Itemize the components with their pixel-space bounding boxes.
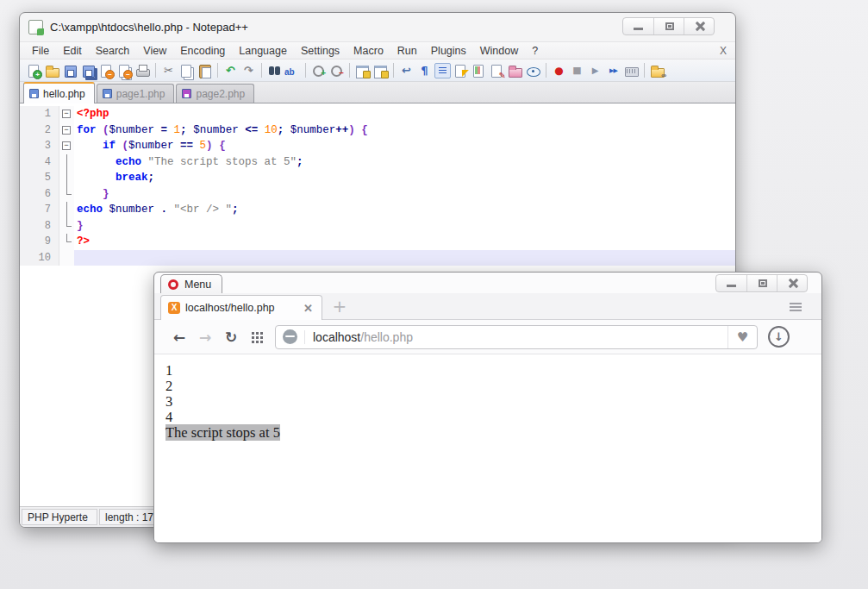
menu-item-language[interactable]: Language <box>232 43 294 59</box>
tab-menu-icon[interactable] <box>789 303 802 313</box>
fold-margin[interactable] <box>59 106 74 122</box>
open-icon[interactable] <box>44 63 60 78</box>
close-all-icon[interactable] <box>116 63 133 78</box>
sync-horizontal-icon[interactable] <box>372 63 389 78</box>
toolbar-separator <box>217 63 218 78</box>
code-line[interactable]: 5 break; <box>20 170 735 186</box>
code-line[interactable]: 9?> <box>20 234 735 250</box>
opera-tab-localhost[interactable]: X localhost/hello.php ✕ <box>160 295 322 320</box>
menu-item-encoding[interactable]: Encoding <box>173 43 232 59</box>
fold-margin[interactable] <box>59 186 74 203</box>
minimize-button[interactable] <box>623 18 653 34</box>
fold-margin[interactable] <box>59 250 74 266</box>
menu-item-file[interactable]: File <box>25 43 56 59</box>
site-badge-icon[interactable] <box>283 329 297 344</box>
opera-menu-button[interactable]: Menu <box>160 274 222 293</box>
menu-item-help[interactable]: ? <box>525 43 545 59</box>
menu-item-view[interactable]: View <box>136 43 173 59</box>
fold-margin[interactable] <box>59 122 74 139</box>
code-line[interactable]: 4 echo "The script stops at 5"; <box>20 154 735 171</box>
bookmark-heart-icon[interactable]: ♥ <box>727 326 757 348</box>
opera-logo-icon <box>168 279 178 290</box>
menu-item-run[interactable]: Run <box>390 43 424 59</box>
maximize-icon <box>759 279 767 287</box>
menu-item-macro[interactable]: Macro <box>347 43 390 59</box>
maximize-button[interactable] <box>653 18 684 34</box>
speed-dial-icon[interactable] <box>244 324 270 350</box>
back-button[interactable]: ← <box>166 324 192 350</box>
new-tab-button[interactable]: + <box>331 298 348 316</box>
code-line[interactable]: 3 if ($number == 5) { <box>20 138 735 154</box>
browser-page-content[interactable]: 1234The script stops at 5 <box>154 354 821 542</box>
document-close-x[interactable]: X <box>720 45 727 57</box>
zoom-out-icon[interactable]: − <box>328 63 345 78</box>
new-file-icon[interactable] <box>26 63 42 78</box>
menu-item-settings[interactable]: Settings <box>294 43 347 59</box>
toolbar-separator <box>546 63 546 78</box>
zoom-in-icon[interactable]: + <box>310 63 327 78</box>
editor-tab-page2.php[interactable]: page2.php <box>176 84 254 103</box>
address-bar[interactable]: localhost/hello.php ♥ <box>275 325 758 349</box>
forward-button[interactable]: → <box>192 324 218 350</box>
close-button[interactable] <box>684 18 714 34</box>
menu-item-edit[interactable]: Edit <box>56 43 89 59</box>
macro-record-icon[interactable] <box>551 63 567 78</box>
paste-icon[interactable] <box>197 63 213 78</box>
fold-margin[interactable] <box>59 234 74 250</box>
save-all-icon[interactable] <box>80 63 97 78</box>
minimize-button[interactable] <box>716 275 746 291</box>
show-all-characters-icon[interactable] <box>416 63 433 78</box>
fold-margin[interactable] <box>59 170 74 186</box>
editor-tab-page1.php[interactable]: page1.php <box>97 84 175 103</box>
code-line[interactable]: 8} <box>20 218 735 235</box>
menu-item-search[interactable]: Search <box>89 43 137 59</box>
notepad-titlebar[interactable]: C:\xampp\htdocs\hello.php - Notepad++ <box>20 13 735 41</box>
maximize-button[interactable] <box>746 275 777 291</box>
close-button[interactable] <box>777 275 807 291</box>
downloads-icon[interactable]: ↓ <box>768 326 790 348</box>
reload-button[interactable]: ↻ <box>218 324 244 350</box>
macro-save-icon[interactable] <box>623 63 640 78</box>
tab-close-icon[interactable]: ✕ <box>302 302 315 315</box>
undo-icon[interactable] <box>222 63 239 78</box>
document-map-icon[interactable] <box>471 63 487 78</box>
fold-margin[interactable] <box>59 202 74 218</box>
monitoring-icon[interactable] <box>525 63 541 78</box>
code-line[interactable]: 2for ($number = 1; $number <= 10; $numbe… <box>20 122 735 139</box>
cut-icon[interactable] <box>160 63 177 78</box>
url-text[interactable]: localhost/hello.php <box>304 330 727 344</box>
code-line[interactable]: 7echo $number . "<br /> "; <box>20 202 735 218</box>
opera-titlebar[interactable]: Menu <box>154 273 821 293</box>
macro-stop-icon[interactable] <box>569 63 585 78</box>
code-line[interactable]: 1<?php <box>20 106 735 122</box>
function-completion-icon[interactable] <box>453 63 469 78</box>
fold-collapse-icon[interactable] <box>62 126 71 135</box>
fold-margin[interactable] <box>59 218 74 235</box>
document-switcher-icon[interactable] <box>489 63 505 78</box>
code-line[interactable]: 6 } <box>20 186 735 203</box>
find-icon[interactable] <box>266 63 283 78</box>
open-containing-folder-icon[interactable]: ∞ <box>649 63 665 78</box>
save-icon[interactable] <box>62 63 78 78</box>
fold-margin[interactable] <box>59 138 74 154</box>
code-line[interactable]: 10 <box>20 250 735 266</box>
redo-icon[interactable] <box>240 63 257 78</box>
sync-vertical-icon[interactable] <box>354 63 371 78</box>
fold-collapse-icon[interactable] <box>62 110 71 118</box>
fold-collapse-icon[interactable] <box>62 141 71 150</box>
fold-margin[interactable] <box>59 154 74 171</box>
close-icon[interactable] <box>98 63 115 78</box>
word-wrap-icon[interactable] <box>398 63 415 78</box>
notepad-window-controls <box>622 17 715 35</box>
editor-tab-hello.php[interactable]: hello.php <box>23 82 95 103</box>
macro-run-multiple-icon[interactable] <box>605 63 621 78</box>
folder-as-workspace-icon[interactable] <box>507 63 523 78</box>
menu-item-plugins[interactable]: Plugins <box>424 43 473 59</box>
replace-icon[interactable] <box>284 63 301 78</box>
close-icon <box>789 279 798 288</box>
macro-play-icon[interactable] <box>587 63 603 78</box>
indent-guide-icon[interactable] <box>434 63 451 78</box>
copy-icon[interactable] <box>178 63 195 78</box>
menu-item-window[interactable]: Window <box>473 43 525 59</box>
print-icon[interactable] <box>134 63 151 78</box>
